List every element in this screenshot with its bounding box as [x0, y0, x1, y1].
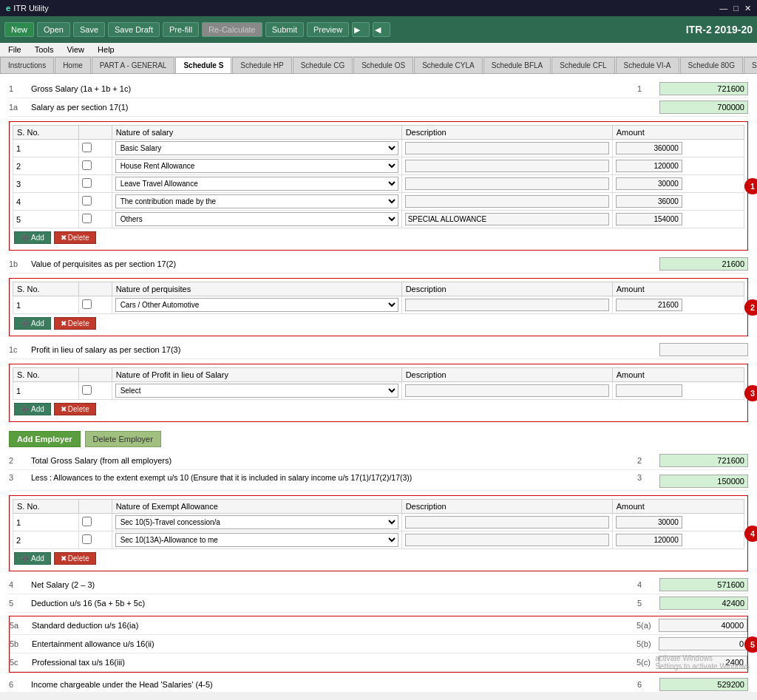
desc-4-1[interactable] [401, 514, 612, 531]
menu-help[interactable]: Help [95, 44, 117, 55]
desc-1-3[interactable] [401, 175, 612, 193]
tab-schedule-80gga[interactable]: Schedule 80GGA [744, 57, 757, 73]
desc-2-1[interactable] [401, 296, 612, 314]
desc-input-1-2[interactable] [405, 160, 609, 172]
entertainment-value[interactable] [659, 637, 747, 650]
amount-input-4-1[interactable] [616, 516, 682, 529]
save-button[interactable]: Save [73, 22, 105, 37]
nature-profit-select-1[interactable]: Select [115, 384, 398, 398]
check-1-5[interactable] [79, 211, 112, 228]
submit-button[interactable]: Submit [265, 22, 304, 37]
net-salary-value[interactable] [659, 578, 748, 591]
amt-1-5[interactable] [612, 211, 744, 228]
amount-input-1-4[interactable] [616, 195, 682, 208]
menu-tools[interactable]: Tools [33, 44, 56, 55]
amt-1-4[interactable] [612, 193, 744, 211]
gross-salary-value[interactable] [659, 82, 748, 95]
amt-3-1[interactable] [612, 382, 744, 400]
check-1-4[interactable] [79, 193, 112, 211]
amount-input-1-3[interactable] [616, 177, 682, 190]
nature-salary-select-4[interactable]: The contribution made by the [115, 194, 398, 208]
recalculate-button[interactable]: Re-Calculate [202, 22, 262, 37]
nature-1-4[interactable]: The contribution made by the [112, 193, 401, 211]
nature-salary-select-1[interactable]: Basic Salary [115, 141, 398, 155]
income-chargeable-value[interactable] [659, 678, 748, 691]
check-1-3[interactable] [79, 175, 112, 193]
section-1-delete-button[interactable]: ✖ Delete [54, 231, 96, 244]
desc-1-2[interactable] [401, 157, 612, 175]
icon-button-1[interactable]: ▶ [352, 22, 370, 37]
nature-salary-select-3[interactable]: Leave Travel Allowance [115, 177, 398, 191]
tab-schedule-cyla[interactable]: Schedule CYLA [414, 57, 483, 73]
nature-1-5[interactable]: Others [112, 211, 401, 228]
amt-1-3[interactable] [612, 175, 744, 193]
check-4-1[interactable] [79, 514, 112, 531]
desc-4-2[interactable] [401, 531, 612, 549]
new-button[interactable]: New [4, 22, 34, 37]
desc-1-1[interactable] [401, 140, 612, 157]
section-1-add-button[interactable]: ➕ Add [14, 231, 51, 244]
check-4-2[interactable] [79, 531, 112, 549]
tab-schedule-vi-a[interactable]: Schedule VI-A [616, 57, 679, 73]
tab-schedule-bfla[interactable]: Schedule BFLA [483, 57, 551, 73]
desc-input-2-1[interactable] [405, 299, 609, 311]
nature-salary-select-2[interactable]: House Rent Allowance [115, 159, 398, 173]
amount-input-2-1[interactable] [616, 299, 682, 311]
desc-input-1-4[interactable] [405, 195, 609, 208]
icon-button-2[interactable]: ◀ [373, 22, 390, 37]
deduction-16-value[interactable] [659, 597, 748, 610]
pre-fill-button[interactable]: Pre-fill [163, 22, 199, 37]
std-deduction-value[interactable] [659, 619, 747, 632]
close-button[interactable]: ✕ [744, 4, 751, 13]
less-allowances-value[interactable] [659, 475, 748, 488]
amt-2-1[interactable] [612, 296, 744, 314]
amt-1-2[interactable] [612, 157, 744, 175]
nature-4-1[interactable]: Sec 10(5)-Travel concession/a [112, 514, 401, 531]
tab-home[interactable]: Home [55, 57, 91, 73]
tab-schedule-80g[interactable]: Schedule 80G [680, 57, 743, 73]
desc-1-5[interactable] [401, 211, 612, 228]
amt-1-1[interactable] [612, 140, 744, 157]
amount-input-1-2[interactable] [616, 160, 682, 172]
amount-input-3-1[interactable] [616, 384, 682, 397]
tab-instructions[interactable]: Instructions [0, 57, 54, 73]
amount-input-1-5[interactable] [616, 213, 682, 225]
amt-4-2[interactable] [612, 531, 744, 549]
nature-exempt-select-1[interactable]: Sec 10(5)-Travel concession/a [115, 515, 398, 529]
desc-1-4[interactable] [401, 193, 612, 211]
desc-3-1[interactable] [401, 382, 612, 400]
salary-17-1-value[interactable] [659, 101, 748, 114]
preview-button[interactable]: Preview [307, 22, 349, 37]
tab-schedule-cg[interactable]: Schedule CG [293, 57, 353, 73]
desc-input-1-1[interactable] [405, 142, 609, 154]
desc-input-4-2[interactable] [405, 534, 609, 546]
check-1-1[interactable] [79, 140, 112, 157]
nature-2-1[interactable]: Cars / Other Automotive [112, 296, 401, 314]
check-1-2[interactable] [79, 157, 112, 175]
section-3-delete-button[interactable]: ✖ Delete [54, 403, 96, 415]
menu-view[interactable]: View [64, 44, 86, 55]
check-2-1[interactable] [79, 296, 112, 314]
nature-1-1[interactable]: Basic Salary [112, 140, 401, 157]
section-2-add-button[interactable]: ➕ Add [14, 317, 51, 330]
nature-salary-select-5[interactable]: Others [115, 212, 398, 226]
amt-4-1[interactable] [612, 514, 744, 531]
desc-input-4-1[interactable] [405, 516, 609, 529]
menu-file[interactable]: File [6, 44, 24, 55]
open-button[interactable]: Open [37, 22, 70, 37]
delete-employer-button[interactable]: Delete Employer [85, 431, 161, 447]
nature-1-2[interactable]: House Rent Allowance [112, 157, 401, 175]
save-draft-button[interactable]: Save Draft [108, 22, 160, 37]
tab-schedule-os[interactable]: Schedule OS [353, 57, 413, 73]
tab-schedule-s[interactable]: Schedule S [175, 57, 231, 73]
nature-perquisite-select-1[interactable]: Cars / Other Automotive [115, 298, 398, 312]
profit-value[interactable] [659, 343, 748, 356]
desc-input-3-1[interactable] [405, 384, 609, 397]
section-2-delete-button[interactable]: ✖ Delete [54, 317, 96, 330]
total-gross-value[interactable] [659, 454, 748, 467]
amount-input-1-1[interactable] [616, 142, 682, 154]
section-4-add-button[interactable]: ➕ Add [14, 552, 51, 565]
nature-1-3[interactable]: Leave Travel Allowance [112, 175, 401, 193]
nature-3-1[interactable]: Select [112, 382, 401, 400]
section-4-delete-button[interactable]: ✖ Delete [54, 552, 96, 565]
